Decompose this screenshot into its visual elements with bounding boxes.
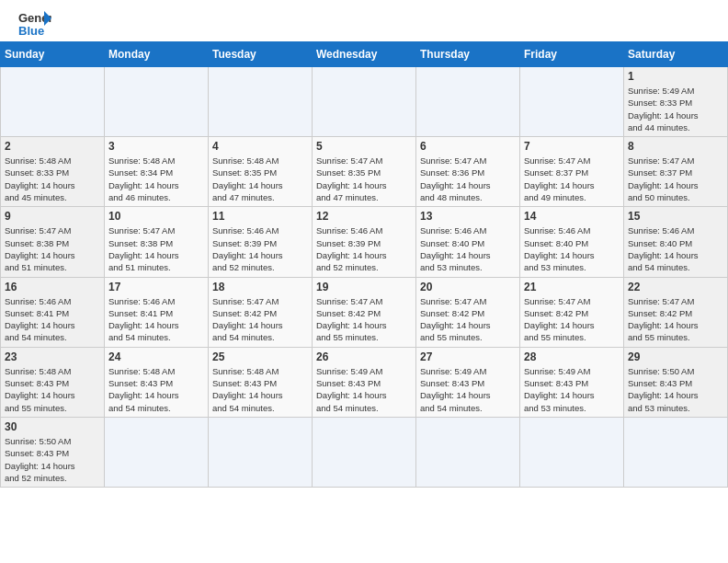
calendar-cell [209, 417, 313, 487]
calendar-cell [520, 417, 624, 487]
calendar-cell [313, 67, 416, 137]
calendar-cell: 3Sunrise: 5:48 AMSunset: 8:34 PMDaylight… [105, 137, 209, 207]
weekday-header-sunday: Sunday [1, 42, 105, 67]
day-number: 5 [316, 140, 412, 153]
day-info: Sunrise: 5:47 AMSunset: 8:42 PMDaylight:… [524, 295, 620, 344]
day-info: Sunrise: 5:48 AMSunset: 8:33 PMDaylight:… [5, 155, 100, 203]
calendar-cell [624, 417, 728, 487]
day-info: Sunrise: 5:47 AMSunset: 8:42 PMDaylight:… [316, 295, 412, 344]
day-number: 4 [212, 140, 308, 153]
calendar-cell [416, 67, 520, 137]
calendar-cell: 26Sunrise: 5:49 AMSunset: 8:43 PMDayligh… [313, 347, 416, 417]
day-info: Sunrise: 5:50 AMSunset: 8:43 PMDaylight:… [5, 435, 100, 484]
page-header: General Blue [0, 0, 728, 41]
day-info: Sunrise: 5:47 AMSunset: 8:37 PMDaylight:… [628, 155, 723, 203]
day-info: Sunrise: 5:49 AMSunset: 8:43 PMDaylight:… [316, 365, 412, 414]
weekday-header-wednesday: Wednesday [313, 42, 416, 67]
day-number: 13 [420, 210, 516, 223]
calendar-cell: 21Sunrise: 5:47 AMSunset: 8:42 PMDayligh… [520, 277, 624, 347]
day-info: Sunrise: 5:46 AMSunset: 8:40 PMDaylight:… [628, 224, 723, 273]
calendar-cell: 24Sunrise: 5:48 AMSunset: 8:43 PMDayligh… [105, 347, 209, 417]
calendar-week-5: 23Sunrise: 5:48 AMSunset: 8:43 PMDayligh… [1, 347, 728, 417]
weekday-header-friday: Friday [520, 42, 624, 67]
day-number: 2 [5, 140, 100, 153]
day-number: 8 [628, 140, 723, 153]
logo: General Blue [18, 9, 51, 37]
day-info: Sunrise: 5:46 AMSunset: 8:41 PMDaylight:… [5, 295, 100, 344]
day-number: 20 [420, 281, 516, 293]
calendar-cell: 5Sunrise: 5:47 AMSunset: 8:35 PMDaylight… [313, 137, 416, 207]
day-info: Sunrise: 5:47 AMSunset: 8:42 PMDaylight:… [628, 295, 723, 344]
day-info: Sunrise: 5:49 AMSunset: 8:33 PMDaylight:… [628, 85, 723, 133]
weekday-header-row: SundayMondayTuesdayWednesdayThursdayFrid… [1, 42, 728, 67]
day-info: Sunrise: 5:48 AMSunset: 8:43 PMDaylight:… [108, 365, 204, 414]
day-number: 19 [316, 281, 412, 293]
day-number: 24 [108, 350, 204, 363]
day-info: Sunrise: 5:48 AMSunset: 8:43 PMDaylight:… [5, 365, 100, 414]
calendar-cell: 7Sunrise: 5:47 AMSunset: 8:37 PMDaylight… [520, 137, 624, 207]
day-info: Sunrise: 5:47 AMSunset: 8:36 PMDaylight:… [420, 155, 516, 203]
day-info: Sunrise: 5:46 AMSunset: 8:39 PMDaylight:… [212, 224, 308, 273]
calendar-cell: 30Sunrise: 5:50 AMSunset: 8:43 PMDayligh… [1, 417, 105, 487]
calendar-cell [105, 417, 209, 487]
day-number: 29 [628, 350, 723, 363]
day-number: 23 [5, 350, 100, 363]
day-info: Sunrise: 5:50 AMSunset: 8:43 PMDaylight:… [628, 365, 723, 414]
weekday-header-saturday: Saturday [624, 42, 728, 67]
day-number: 6 [420, 140, 516, 153]
calendar-cell: 13Sunrise: 5:46 AMSunset: 8:40 PMDayligh… [416, 207, 520, 277]
day-number: 27 [420, 350, 516, 363]
calendar-cell: 17Sunrise: 5:46 AMSunset: 8:41 PMDayligh… [105, 277, 209, 347]
calendar-table: SundayMondayTuesdayWednesdayThursdayFrid… [0, 41, 728, 488]
calendar-cell: 4Sunrise: 5:48 AMSunset: 8:35 PMDaylight… [209, 137, 313, 207]
day-info: Sunrise: 5:46 AMSunset: 8:40 PMDaylight:… [524, 224, 620, 273]
calendar-cell: 25Sunrise: 5:48 AMSunset: 8:43 PMDayligh… [209, 347, 313, 417]
calendar-cell [520, 67, 624, 137]
calendar-cell: 2Sunrise: 5:48 AMSunset: 8:33 PMDaylight… [1, 137, 105, 207]
calendar-week-1: 1Sunrise: 5:49 AMSunset: 8:33 PMDaylight… [1, 67, 728, 137]
weekday-header-thursday: Thursday [416, 42, 520, 67]
day-number: 21 [524, 281, 620, 293]
calendar-cell: 23Sunrise: 5:48 AMSunset: 8:43 PMDayligh… [1, 347, 105, 417]
day-number: 12 [316, 210, 412, 223]
calendar-cell: 9Sunrise: 5:47 AMSunset: 8:38 PMDaylight… [1, 207, 105, 277]
svg-text:Blue: Blue [18, 24, 44, 37]
calendar-cell: 16Sunrise: 5:46 AMSunset: 8:41 PMDayligh… [1, 277, 105, 347]
calendar-cell: 6Sunrise: 5:47 AMSunset: 8:36 PMDaylight… [416, 137, 520, 207]
day-number: 16 [5, 281, 100, 293]
day-info: Sunrise: 5:47 AMSunset: 8:37 PMDaylight:… [524, 155, 620, 203]
calendar-cell: 29Sunrise: 5:50 AMSunset: 8:43 PMDayligh… [624, 347, 728, 417]
calendar-cell [313, 417, 416, 487]
calendar-week-4: 16Sunrise: 5:46 AMSunset: 8:41 PMDayligh… [1, 277, 728, 347]
day-number: 25 [212, 350, 308, 363]
day-info: Sunrise: 5:48 AMSunset: 8:43 PMDaylight:… [212, 365, 308, 414]
calendar-cell: 15Sunrise: 5:46 AMSunset: 8:40 PMDayligh… [624, 207, 728, 277]
day-number: 7 [524, 140, 620, 153]
day-info: Sunrise: 5:47 AMSunset: 8:38 PMDaylight:… [5, 224, 100, 273]
day-info: Sunrise: 5:47 AMSunset: 8:35 PMDaylight:… [316, 155, 412, 203]
day-number: 28 [524, 350, 620, 363]
calendar-week-6: 30Sunrise: 5:50 AMSunset: 8:43 PMDayligh… [1, 417, 728, 487]
calendar-cell [416, 417, 520, 487]
day-number: 1 [628, 70, 723, 83]
calendar-cell: 10Sunrise: 5:47 AMSunset: 8:38 PMDayligh… [105, 207, 209, 277]
day-number: 9 [5, 210, 100, 223]
day-number: 3 [108, 140, 204, 153]
day-number: 18 [212, 281, 308, 293]
weekday-header-tuesday: Tuesday [209, 42, 313, 67]
calendar-cell: 1Sunrise: 5:49 AMSunset: 8:33 PMDaylight… [624, 67, 728, 137]
day-info: Sunrise: 5:48 AMSunset: 8:35 PMDaylight:… [212, 155, 308, 203]
calendar-week-2: 2Sunrise: 5:48 AMSunset: 8:33 PMDaylight… [1, 137, 728, 207]
day-info: Sunrise: 5:48 AMSunset: 8:34 PMDaylight:… [108, 155, 204, 203]
calendar-cell: 18Sunrise: 5:47 AMSunset: 8:42 PMDayligh… [209, 277, 313, 347]
calendar-cell: 22Sunrise: 5:47 AMSunset: 8:42 PMDayligh… [624, 277, 728, 347]
day-number: 14 [524, 210, 620, 223]
calendar-cell [1, 67, 105, 137]
day-info: Sunrise: 5:46 AMSunset: 8:39 PMDaylight:… [316, 224, 412, 273]
day-number: 30 [5, 420, 100, 433]
day-number: 26 [316, 350, 412, 363]
day-info: Sunrise: 5:47 AMSunset: 8:38 PMDaylight:… [108, 224, 204, 273]
weekday-header-monday: Monday [105, 42, 209, 67]
calendar-cell [105, 67, 209, 137]
calendar-cell: 20Sunrise: 5:47 AMSunset: 8:42 PMDayligh… [416, 277, 520, 347]
